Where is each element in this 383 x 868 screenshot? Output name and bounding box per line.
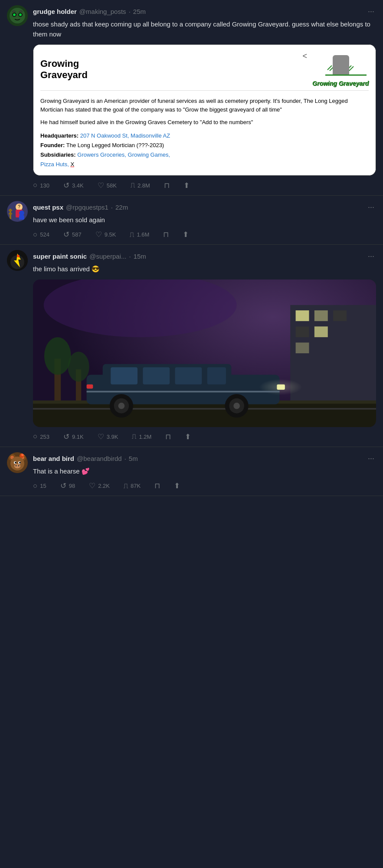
tweet-3-time: 15m xyxy=(134,253,146,260)
tweet-4-share-button[interactable]: ⬆ xyxy=(174,481,180,490)
tweet-4-actions: ○ 15 ↺ 98 ♡ 2.2K ⎍ 87K ⊓ ⬆ xyxy=(33,481,376,490)
tweet-3-like-count: 3.9K xyxy=(107,434,118,440)
avatar-bear[interactable] xyxy=(7,452,28,473)
tweet-3: super paint sonic @superpai... · 15m ···… xyxy=(0,245,383,447)
svg-point-68 xyxy=(15,462,16,464)
views-icon-2: ⎍ xyxy=(130,230,134,239)
tweet-3-bookmark-button[interactable]: ⊓ xyxy=(165,432,171,441)
tweet-3-handle: @superpai... xyxy=(89,253,126,260)
tweet-2-more-button[interactable]: ··· xyxy=(366,201,376,214)
tweet-4-header: bear and bird @bearandbirdd · 5m ··· xyxy=(33,452,376,465)
tweet-4-views-button[interactable]: ⎍ 87K xyxy=(124,482,141,490)
tweet-2-retweet-button[interactable]: ↺ 587 xyxy=(63,230,82,239)
bookmark-icon-2: ⊓ xyxy=(163,230,169,239)
card-sub-x[interactable]: X xyxy=(70,161,74,168)
tweet-2-share-button[interactable]: ⬆ xyxy=(183,230,189,239)
tweet-2-username: quest psx xyxy=(33,204,63,211)
tweet-3-header: super paint sonic @superpai... · 15m ··· xyxy=(33,250,376,263)
card-founder-label: Founder: xyxy=(40,142,65,148)
tweet-4-bookmark-button[interactable]: ⊓ xyxy=(154,481,160,490)
card-sub-groceries[interactable]: Growers Groceries xyxy=(77,151,124,158)
like-icon: ♡ xyxy=(98,181,104,190)
svg-point-4 xyxy=(13,13,16,16)
tweet-1-like-button[interactable]: ♡ 58K xyxy=(98,181,117,190)
tweet-1-header: grudge holder @making_posts · 25m ··· xyxy=(33,5,376,18)
svg-rect-40 xyxy=(33,408,376,410)
svg-point-35 xyxy=(44,337,71,375)
svg-point-52 xyxy=(233,403,240,409)
tweet-1-actions: ○ 130 ↺ 3.4K ♡ 58K ⎍ 2.8M ⊓ ⬆ xyxy=(33,181,376,190)
card-sub-pizza[interactable]: Pizza Huts xyxy=(40,161,67,168)
tweet-2-like-button[interactable]: ♡ 9.5K xyxy=(95,230,116,239)
tweet-2-comment-button[interactable]: ○ 524 xyxy=(33,230,49,239)
tweet-3-comment-button[interactable]: ○ 253 xyxy=(33,432,49,441)
tweet-2-views-button[interactable]: ⎍ 1.6M xyxy=(130,230,149,239)
card-hq-label: Headquarters: xyxy=(40,132,79,139)
tweet-4-username: bear and bird xyxy=(33,455,74,462)
svg-rect-31 xyxy=(296,326,309,337)
comment-icon-4: ○ xyxy=(33,482,37,490)
avatar-grudge[interactable] xyxy=(7,5,28,26)
tweet-4: bear and bird @bearandbirdd · 5m ··· Tha… xyxy=(0,447,383,496)
card-hq-value[interactable]: 207 N Oakwood St, Madisonville AZ xyxy=(80,132,170,139)
bookmark-icon-4: ⊓ xyxy=(154,481,160,490)
tweet-4-more-button[interactable]: ··· xyxy=(366,452,376,465)
svg-point-62 xyxy=(10,457,24,470)
svg-point-5 xyxy=(19,13,22,16)
svg-rect-30 xyxy=(333,310,347,321)
tweet-1-views-button[interactable]: ⎍ 2.8M xyxy=(131,181,150,190)
tweet-3-views-button[interactable]: ⎍ 1.2M xyxy=(132,432,151,441)
comment-icon-3: ○ xyxy=(33,432,37,441)
tweet-4-comment-button[interactable]: ○ 15 xyxy=(33,482,46,490)
tweet-3-share-button[interactable]: ⬆ xyxy=(185,432,191,441)
svg-point-54 xyxy=(259,379,302,395)
tweet-4-handle: @bearandbirdd xyxy=(77,455,122,462)
svg-rect-15 xyxy=(9,210,12,211)
tweet-2-retweet-count: 587 xyxy=(72,231,82,238)
tweet-1-comment-button[interactable]: ○ 130 xyxy=(33,181,49,190)
tweet-1: grudge holder @making_posts · 25m ··· th… xyxy=(0,0,383,196)
svg-rect-32 xyxy=(314,326,328,337)
avatar-quest[interactable]: ? xyxy=(7,201,28,222)
comment-icon: ○ xyxy=(33,181,37,190)
avatar-sonic[interactable] xyxy=(7,250,28,271)
svg-point-37 xyxy=(68,352,89,381)
tweet-3-image[interactable] xyxy=(33,279,376,427)
bookmark-icon-3: ⊓ xyxy=(165,432,171,441)
svg-rect-28 xyxy=(296,310,309,321)
card-subsidiaries-label: Subsidiaries: xyxy=(40,151,76,158)
tweet-3-more-button[interactable]: ··· xyxy=(366,250,376,263)
retweet-icon-3: ↺ xyxy=(63,432,69,441)
tweet-1-time: 25m xyxy=(133,8,146,15)
svg-rect-46 xyxy=(207,367,226,385)
card-body: Growing Graveyard is an American provide… xyxy=(33,91,376,175)
tweet-4-content: bear and bird @bearandbirdd · 5m ··· Tha… xyxy=(33,452,376,491)
tweet-4-like-count: 2.2K xyxy=(98,483,110,489)
tweet-4-retweet-button[interactable]: ↺ 98 xyxy=(60,481,75,490)
tweet-4-like-button[interactable]: ♡ 2.2K xyxy=(89,481,110,490)
tweet-1-retweet-button[interactable]: ↺ 3.4K xyxy=(63,181,84,190)
grave-graphic xyxy=(312,52,369,80)
tweet-1-more-button[interactable]: ··· xyxy=(366,5,376,18)
svg-rect-16 xyxy=(9,213,12,214)
card-description-1: Growing Graveyard is an American provide… xyxy=(40,97,369,114)
tweet-2-header: quest psx @rpgquestps1 · 22m ··· xyxy=(33,201,376,214)
tweet-1-bookmark-button[interactable]: ⊓ xyxy=(164,181,170,190)
views-icon: ⎍ xyxy=(131,181,135,190)
growing-graveyard-card: GrowingGraveyard < xyxy=(33,44,376,176)
views-icon-4: ⎍ xyxy=(124,482,128,490)
card-sub-games[interactable]: Growing Games xyxy=(128,151,169,158)
tweet-4-comment-count: 15 xyxy=(40,483,46,489)
tweet-3-like-button[interactable]: ♡ 3.9K xyxy=(98,432,118,441)
tweet-3-text: the limo has arrived 😎 xyxy=(33,264,376,274)
card-share-icon[interactable]: < xyxy=(302,52,307,61)
tweet-3-retweet-button[interactable]: ↺ 9.1K xyxy=(63,432,84,441)
svg-rect-11 xyxy=(333,62,349,75)
tweet-1-share-button[interactable]: ⬆ xyxy=(183,181,190,190)
svg-rect-38 xyxy=(33,401,376,427)
share-icon-4: ⬆ xyxy=(174,481,180,490)
svg-rect-44 xyxy=(143,367,170,385)
tweet-1-comment-count: 130 xyxy=(40,182,49,189)
card-logo-text: Growing Graveyard xyxy=(312,80,369,87)
tweet-2-bookmark-button[interactable]: ⊓ xyxy=(163,230,169,239)
